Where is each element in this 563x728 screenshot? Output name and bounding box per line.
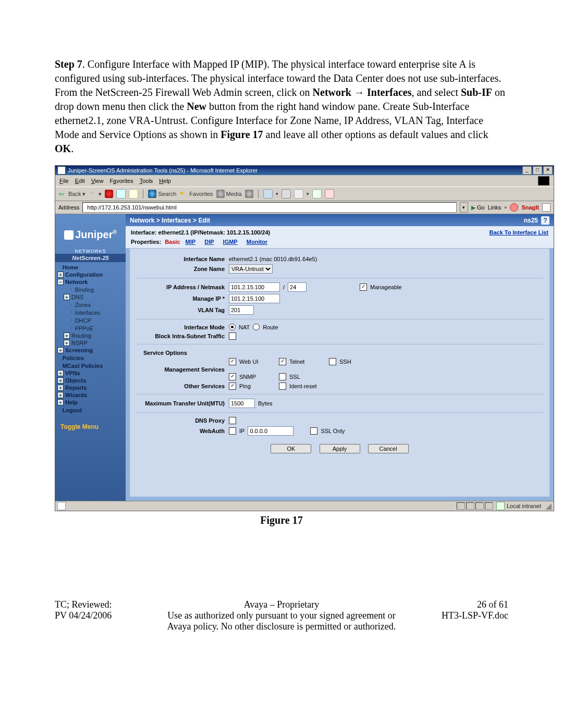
vlan-input[interactable] — [229, 305, 254, 315]
sidebar-item-home[interactable]: Home — [55, 263, 126, 271]
favorites-button[interactable]: ★Favorites — [179, 190, 213, 198]
sidebar-item-screening[interactable]: +Screening — [55, 347, 126, 354]
sidebar-item-reports[interactable]: +Reports — [55, 384, 126, 391]
forward-button[interactable]: ▾ — [89, 190, 102, 198]
zone-select[interactable]: VRA-Untrust — [229, 264, 273, 274]
ping-checkbox[interactable] — [229, 382, 236, 390]
dnsproxy-checkbox[interactable] — [229, 417, 236, 424]
refresh-icon[interactable] — [116, 189, 126, 199]
back-button[interactable]: Back ▾ — [58, 190, 85, 198]
zone-label: Local intranet — [507, 503, 541, 509]
toggle-menu-link[interactable]: Toggle Menu — [55, 423, 126, 430]
manageable-checkbox[interactable] — [360, 283, 367, 291]
device-name: ns25 — [524, 217, 538, 224]
mode-nat-radio[interactable] — [229, 324, 236, 330]
sidebar-item-configuration[interactable]: +Configuration — [55, 271, 126, 278]
manageip-label: Manage IP * — [136, 295, 229, 302]
close-button[interactable]: × — [543, 166, 553, 175]
tab-monitor[interactable]: Monitor — [247, 239, 267, 245]
step-label: Step 7 — [55, 58, 82, 70]
snagit-label[interactable]: SnagIt — [521, 204, 539, 211]
print-icon[interactable] — [282, 189, 291, 199]
go-button[interactable]: ▶Go — [471, 204, 485, 211]
maximize-button[interactable]: □ — [533, 166, 542, 175]
edit-icon[interactable] — [294, 189, 303, 199]
menu-favorites[interactable]: Favorites — [109, 178, 133, 184]
sidebar-item-mcast[interactable]: MCast Policies — [55, 362, 126, 369]
menu-file[interactable]: File — [59, 178, 69, 184]
back-to-list-link[interactable]: Back To Interface List — [489, 229, 549, 236]
mtu-input[interactable] — [229, 399, 255, 408]
sidebar-item-wizards[interactable]: +Wizards — [55, 391, 126, 399]
menu-view[interactable]: View — [91, 178, 104, 184]
webauth-ip-input[interactable] — [248, 426, 293, 436]
address-dropdown[interactable]: ▾ — [460, 202, 468, 213]
forward-icon — [89, 190, 97, 198]
ident-checkbox[interactable] — [279, 382, 286, 390]
sidebar-item-interfaces[interactable]: ·Interfaces — [55, 309, 126, 316]
sidebar-item-zones[interactable]: ·Zones — [55, 301, 126, 309]
stop-icon[interactable] — [105, 190, 113, 198]
history-icon[interactable] — [245, 190, 253, 198]
menu-help[interactable]: Help — [159, 178, 171, 184]
messenger-icon[interactable] — [325, 189, 334, 199]
address-input[interactable]: http://172.16.253.101/nswebui.html — [82, 202, 457, 213]
toolbar: Back ▾ ▾ Search ★Favorites Media ▾ ▾ — [55, 187, 554, 201]
snagit-window-icon[interactable] — [542, 203, 550, 212]
device-model: NetScreen-25 — [55, 254, 126, 262]
ssh-checkbox[interactable] — [329, 358, 336, 365]
webui-checkbox[interactable] — [229, 358, 236, 365]
ip-input[interactable] — [229, 282, 280, 292]
search-button[interactable]: Search — [148, 190, 176, 198]
ok-button[interactable]: OK — [271, 444, 311, 453]
sidebar-item-binding[interactable]: ·Binding — [55, 286, 126, 293]
star-icon: ★ — [179, 190, 188, 198]
netmask-input[interactable] — [288, 282, 307, 292]
ie-throbber-icon — [538, 176, 549, 186]
sslonly-checkbox[interactable] — [310, 427, 317, 435]
links-label[interactable]: Links — [488, 204, 501, 211]
webauth-checkbox[interactable] — [229, 427, 236, 435]
mode-route-radio[interactable] — [253, 324, 260, 330]
sidebar-item-network[interactable]: −Network — [55, 278, 126, 286]
menu-tools[interactable]: Tools — [140, 178, 153, 184]
ifname-label: Interface Name — [136, 256, 229, 262]
help-icon[interactable]: ? — [541, 216, 549, 225]
breadcrumb-bar: Network > Interfaces > Edit ns25 ? — [126, 214, 554, 226]
sidebar-item-vpns[interactable]: +VPNs — [55, 369, 126, 377]
media-button[interactable]: Media — [216, 190, 242, 198]
telnet-checkbox[interactable] — [279, 358, 286, 365]
apply-button[interactable]: Apply — [320, 444, 360, 453]
menu-edit[interactable]: Edit — [75, 178, 85, 184]
sidebar-item-logout[interactable]: Logout — [55, 406, 126, 414]
tab-dip[interactable]: DIP — [204, 239, 214, 245]
window-titlebar: Juniper-ScreenOS Administration Tools (n… — [55, 166, 554, 175]
tab-basic[interactable]: Basic — [165, 239, 180, 245]
home-icon[interactable] — [129, 189, 138, 199]
sidebar-item-pppoe[interactable]: ·PPPoE — [55, 324, 126, 332]
status-bar: Local intranet — [55, 501, 554, 511]
sidebar-item-dns[interactable]: +DNS — [55, 293, 126, 301]
sidebar-item-routing[interactable]: +Routing — [55, 332, 126, 339]
sidebar-item-objects[interactable]: +Objects — [55, 377, 126, 384]
snmp-checkbox[interactable] — [229, 373, 236, 380]
main-pane: Network > Interfaces > Edit ns25 ? Inter… — [126, 214, 554, 501]
mail-icon[interactable] — [263, 189, 273, 199]
instruction-text: Step 7. Configure Interface with Mapped … — [55, 57, 508, 156]
block-checkbox[interactable] — [229, 332, 236, 340]
minimize-button[interactable]: _ — [522, 166, 532, 175]
sidebar-item-nsrp[interactable]: +NSRP — [55, 339, 126, 347]
sidebar-item-dhcp[interactable]: ·DHCP — [55, 316, 126, 324]
discuss-icon[interactable] — [312, 189, 322, 199]
other-label: Other Services — [136, 383, 229, 389]
browser-window: Juniper-ScreenOS Administration Tools (n… — [55, 165, 554, 511]
sidebar-item-policies[interactable]: Policies — [55, 354, 126, 362]
manageip-input[interactable] — [229, 294, 280, 303]
sidebar-item-help[interactable]: +Help — [55, 399, 126, 406]
tab-mip[interactable]: MIP — [186, 239, 196, 245]
nav-tree: Home +Configuration −Network ·Binding +D… — [55, 263, 126, 430]
ssl-checkbox[interactable] — [279, 373, 286, 380]
resize-grip-icon[interactable] — [544, 502, 552, 510]
tab-igmp[interactable]: IGMP — [223, 239, 238, 245]
cancel-button[interactable]: Cancel — [368, 444, 409, 453]
